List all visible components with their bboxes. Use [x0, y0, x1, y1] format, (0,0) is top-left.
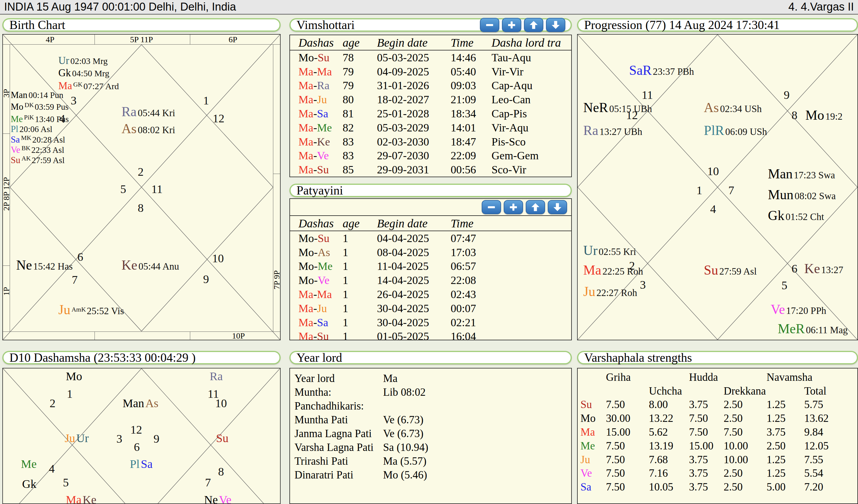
- dasha-row[interactable]: Mo-Me111-04-202506:57: [290, 259, 571, 273]
- patyayini-rows: Mo-Su104-04-202507:47Mo-As108-04-202517:…: [290, 231, 571, 340]
- planet-label: Su AK27:59 Asl: [11, 155, 65, 165]
- patyayini-header: Dashas age Begin date Time: [290, 216, 571, 231]
- planet-label: Ma Ke: [66, 492, 96, 504]
- dasha-lords: Mo-Ve: [299, 274, 343, 287]
- planet-label: Ur 02:03 Mrg: [59, 55, 108, 67]
- birth-chart-title-pill: Birth Chart: [2, 18, 281, 32]
- planet-label: Ke 05:44 Anu: [122, 257, 179, 273]
- dasha-row[interactable]: Ma-Ve8329-07-203022:09Gem-Gem: [290, 149, 571, 163]
- dasha-row[interactable]: Mo-Su104-04-202507:47: [290, 231, 571, 245]
- d10-chart: 111210123964587Mo Ra Man As Ju Ur Su Me …: [2, 368, 281, 504]
- dasha-row[interactable]: Ma-Ma7904-09-202505:40Vir-Vir: [290, 65, 571, 79]
- birth-chart-panel: Birth Chart 4P 5P 11P 6P 10P 3P 2P 8P 12…: [2, 18, 281, 340]
- dasha-row[interactable]: Mo-As108-04-202517:03: [290, 245, 571, 259]
- progression-title-pill: Progression (77) 14 Aug 2024 17:30:41: [577, 18, 858, 32]
- dasha-cell: 01-05-2025: [377, 330, 450, 340]
- planet-label: Ne Ve: [204, 492, 231, 504]
- expand-button[interactable]: [502, 18, 521, 32]
- planet-label: Man 17:23 Swa: [768, 166, 835, 182]
- planet-label: Man As: [123, 396, 159, 410]
- dasha-cell: Vir-Aqu: [492, 121, 571, 134]
- varshaphala-title-pill: Varshaphala strengths: [577, 351, 858, 364]
- dasha-cell: 09:03: [450, 79, 491, 92]
- dasha-lords: Ma-Ju: [299, 302, 343, 315]
- dasha-cell: 06:57: [450, 260, 571, 273]
- patyayini-toolbar: [290, 199, 571, 216]
- dasha-cell: Cap-Pis: [492, 107, 571, 120]
- dasha-cell: 05-03-2025: [377, 51, 450, 64]
- dasha-lords: Ma-Sa: [299, 107, 343, 120]
- patyayini-table: Dashas age Begin date Time Mo-Su104-04-2…: [289, 198, 572, 340]
- dasha-cell: 1: [343, 246, 377, 259]
- dasha-row[interactable]: Ma-Su101-05-202516:04: [290, 329, 571, 340]
- dasha-row[interactable]: Ma-Me8205-03-202914:01Vir-Aqu: [290, 120, 571, 135]
- dasha-cell: 02:43: [450, 288, 571, 301]
- dasha-row[interactable]: Ma-Sa130-04-202502:21: [290, 315, 571, 329]
- dasha-row[interactable]: Ma-Sa8125-01-202818:34Cap-Pis: [290, 107, 571, 120]
- dasha-cell: 18-02-2027: [377, 93, 450, 106]
- planet-label: As 02:34 USh: [704, 99, 762, 115]
- dasha-cell: 05:40: [450, 65, 491, 78]
- house-number: 3: [640, 277, 646, 291]
- varshaphala-row: Ma15.005.627.507.503.759.84: [578, 425, 857, 439]
- panel-title: Patyayini: [297, 183, 343, 197]
- planet-label: Gk 04:50 Mrg: [59, 67, 110, 79]
- varshaphala-row: Sa7.5010.053.752.505.007.20: [578, 480, 857, 494]
- chart-identity: INDIA 15 Aug 1947 00:01:00 Delhi, Delhi,…: [4, 1, 236, 13]
- dasha-cell: 1: [343, 274, 377, 287]
- dasha-row[interactable]: Mo-Ve114-04-202522:08: [290, 273, 571, 287]
- house-number: 10: [215, 396, 227, 410]
- vimshottari-panel: Vimshottari Dashas age Begin date Time D…: [289, 18, 572, 177]
- dasha-row[interactable]: Ma-Ke8302-03-203018:47Pis-Sco: [290, 135, 571, 149]
- planet-label: Ra: [210, 369, 222, 383]
- house-number: 6: [134, 440, 140, 454]
- move-up-button[interactable]: [524, 18, 543, 32]
- dasha-row[interactable]: Ma-Ma126-04-202502:43: [290, 287, 571, 301]
- varshaphala-header-row: GrihaHuddaNavamsha: [578, 370, 857, 384]
- move-down-button[interactable]: [548, 200, 567, 214]
- dasha-cell: 00:07: [450, 302, 571, 315]
- dasha-lords: Ma-Ju: [299, 93, 343, 106]
- dasha-cell: Cap-Aqu: [492, 79, 571, 92]
- dasha-row[interactable]: Ma-Ju130-04-202500:07: [290, 301, 571, 315]
- house-number: 5: [120, 182, 126, 196]
- dasha-lords: Mo-Su: [299, 51, 343, 64]
- progression-chart-labels: 119128101742365SaR 23:37 PBhNeR 05:15 UB…: [578, 35, 857, 340]
- planet-label: Su 27:59 Asl: [704, 262, 757, 277]
- planet-label: NeR 05:15 UBh: [583, 99, 652, 115]
- move-down-button[interactable]: [546, 18, 565, 32]
- dasha-cell: 07:47: [450, 232, 571, 245]
- varshaphala-row: Me7.5013.1915.0010.002.5012.05: [578, 439, 857, 453]
- d10-chart-labels: 111210123964587Mo Ra Man As Ju Ur Su Me …: [3, 369, 280, 504]
- dasha-cell: 22:09: [450, 149, 491, 162]
- planet-label: Man 00:14 Pun: [11, 90, 63, 100]
- yearlord-rows: Year lordMaMuntha:Lib 08:02Panchadhikari…: [290, 371, 571, 482]
- dasha-cell: 00:56: [450, 163, 491, 176]
- dasha-cell: Vir-Vir: [492, 65, 571, 78]
- panel-title: Varshaphala strengths: [584, 351, 692, 365]
- dasha-row[interactable]: Ma-Su8529-09-203100:56Sco-Vir: [290, 163, 571, 177]
- dasha-cell: 1: [343, 232, 377, 245]
- dasha-cell: 02-03-2030: [377, 135, 450, 148]
- expand-button[interactable]: [504, 200, 523, 214]
- dasha-cell: 31-01-2026: [377, 79, 450, 92]
- dasha-row[interactable]: Mo-Su7805-03-202514:46Tau-Aqu: [290, 50, 571, 65]
- move-up-button[interactable]: [526, 200, 545, 214]
- house-number: 7: [205, 475, 211, 489]
- dasha-cell: 02:21: [450, 316, 571, 329]
- dasha-cell: 83: [343, 149, 377, 162]
- yearlord-row: Dinaratri PatiMo (5.46): [290, 468, 571, 482]
- panel-title: D10 Dashamsha (23:53:33 00:04:29 ): [10, 351, 196, 365]
- dasha-cell: 17:03: [450, 246, 571, 259]
- collapse-button[interactable]: [480, 18, 499, 32]
- planet-label: Ju AmK25:52 Vis: [59, 302, 124, 318]
- dasha-lords: Mo-As: [299, 246, 343, 259]
- dasha-row[interactable]: Ma-Ra7931-01-202609:03Cap-Aqu: [290, 79, 571, 93]
- yearlord-row: Panchadhikaris:: [290, 399, 571, 413]
- collapse-button[interactable]: [482, 200, 501, 214]
- col-header: Time: [450, 216, 571, 230]
- house-number: 8: [218, 465, 224, 478]
- col-header: Begin date: [377, 216, 450, 230]
- col-header: age: [343, 216, 377, 230]
- dasha-row[interactable]: Ma-Ju8018-02-202721:09Leo-Can: [290, 93, 571, 107]
